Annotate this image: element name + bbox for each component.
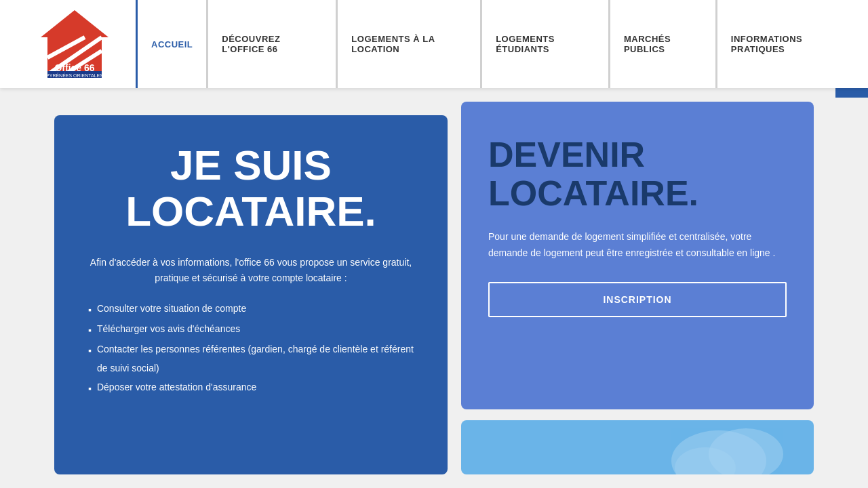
header: Office 66 PYRÉNÉES ORIENTALES ACCUEIL DÉ…	[0, 0, 868, 88]
nav-item-accueil[interactable]: ACCUEIL	[136, 0, 206, 88]
left-panel-title: JE SUIS LOCATAIRE.	[88, 142, 414, 235]
left-panel-description: Afin d'accéder à vos informations, l'off…	[88, 255, 414, 285]
left-panel-locataire: JE SUIS LOCATAIRE. Afin d'accéder à vos …	[54, 115, 448, 474]
list-item: Télécharger vos avis d'échéances	[88, 319, 414, 340]
nav-item-logements-location[interactable]: LOGEMENTS À LA LOCATION	[336, 0, 480, 88]
main-content: JE SUIS LOCATAIRE. Afin d'accéder à vos …	[0, 88, 868, 488]
left-panel-list: Consulter votre situation de compte Télé…	[88, 299, 414, 398]
inscription-button[interactable]: INSCRIPTION	[488, 282, 787, 317]
right-panel-title: DEVENIR LOCATAIRE.	[488, 136, 787, 213]
nav-item-marches-publics[interactable]: MARCHÉS PUBLICS	[608, 0, 715, 88]
list-item: Consulter votre situation de compte	[88, 299, 414, 319]
list-item: Déposer votre attestation d'assurance	[88, 378, 414, 398]
list-item: Contacter les personnes référentes (gard…	[88, 340, 414, 378]
right-panel-devenir-locataire: DEVENIR LOCATAIRE. Pour une demande de l…	[461, 102, 814, 409]
nav-item-logements-etudiants[interactable]: LOGEMENTS ÉTUDIANTS	[480, 0, 608, 88]
svg-text:PYRÉNÉES ORIENTALES: PYRÉNÉES ORIENTALES	[46, 73, 103, 78]
nav-item-informations-pratiques[interactable]: INFORMATIONS PRATIQUES	[715, 0, 854, 88]
logo[interactable]: Office 66 PYRÉNÉES ORIENTALES	[14, 7, 136, 81]
nav-item-decouvrez[interactable]: DÉCOUVREZ L'OFFICE 66	[206, 0, 336, 88]
main-nav: ACCUEIL DÉCOUVREZ L'OFFICE 66 LOGEMENTS …	[136, 0, 854, 88]
right-panels: DEVENIR LOCATAIRE. Pour une demande de l…	[448, 102, 814, 474]
right-panel-bottom	[461, 420, 814, 474]
right-panel-description: Pour une demande de logement simplifiée …	[488, 229, 787, 262]
